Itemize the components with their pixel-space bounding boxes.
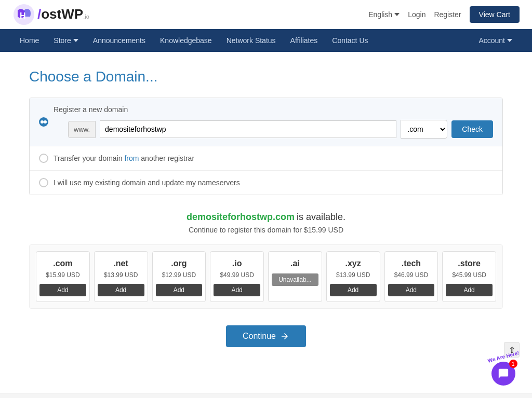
available-domain: demositeforhostwp.com <box>187 212 295 222</box>
nav-network-status[interactable]: Network Status <box>219 29 283 52</box>
tld-ext-com: .com <box>39 259 86 268</box>
tld-ext-io: .io <box>214 259 260 268</box>
tld-card-xyz: .xyz $13.99 USD Add <box>326 251 380 302</box>
logo-sub: .io <box>83 13 89 20</box>
login-link[interactable]: Login <box>408 10 425 19</box>
register-option-content: Register a new domain www. .com .net .or… <box>54 105 493 139</box>
nav-home[interactable]: Home <box>12 29 46 52</box>
language-selector[interactable]: English <box>368 10 400 19</box>
tld-ext-ai: .ai <box>272 259 318 268</box>
page-title: Choose a Domain... <box>29 68 503 85</box>
domain-options-section: Register a new domain www. .com .net .or… <box>29 98 503 195</box>
tld-ext-tech: .tech <box>388 259 435 268</box>
existing-label: I will use my existing domain and update… <box>54 179 240 187</box>
radio-dot <box>41 120 44 123</box>
tld-price-xyz: $13.99 USD <box>330 271 377 279</box>
chat-bubble[interactable]: 1 <box>491 362 515 386</box>
arrow-right-icon <box>280 332 289 341</box>
tld-ext-xyz: .xyz <box>330 259 377 268</box>
add-org-button[interactable]: Add <box>156 284 203 296</box>
availability-status: is available. <box>297 212 345 222</box>
transfer-radio[interactable] <box>39 154 48 163</box>
tld-price-tech: $46.99 USD <box>388 271 435 279</box>
availability-text: demositeforhostwp.com is available. <box>29 212 503 223</box>
tld-ext-org: .org <box>156 259 203 268</box>
chevron-down-icon <box>394 12 400 17</box>
tld-price-org: $12.99 USD <box>156 271 203 279</box>
add-tech-button[interactable]: Add <box>388 284 435 296</box>
register-domain-option[interactable]: Register a new domain www. .com .net .or… <box>30 98 502 146</box>
footer: Copyright © 2024 HostWP.io. All Rights R… <box>0 393 532 398</box>
continue-section: Continue <box>29 325 503 347</box>
availability-sub: Continue to register this domain for $15… <box>29 226 503 234</box>
continue-label: Continue <box>243 332 276 341</box>
check-button[interactable]: Check <box>451 120 493 138</box>
page-content: Choose a Domain... Register a new domain… <box>17 52 515 393</box>
svg-text:H: H <box>20 11 26 20</box>
transfer-label: Transfer your domain from another regist… <box>54 154 194 162</box>
logo[interactable]: H /ostWP.io <box>12 3 89 26</box>
nav-knowledgebase[interactable]: Knowledgebase <box>153 29 219 52</box>
continue-button[interactable]: Continue <box>226 325 306 347</box>
add-store-button[interactable]: Add <box>446 284 493 296</box>
transfer-from-link[interactable]: from <box>124 154 139 162</box>
nav-affiliates[interactable]: Affiliates <box>283 29 325 52</box>
register-radio[interactable] <box>39 117 48 127</box>
existing-domain-option[interactable]: I will use my existing domain and update… <box>30 171 502 195</box>
tld-price-com: $15.99 USD <box>39 271 86 279</box>
existing-radio[interactable] <box>39 178 48 187</box>
tld-card-io: .io $49.99 USD Add <box>210 251 264 302</box>
tld-price-io: $49.99 USD <box>214 271 260 279</box>
chevron-down-icon <box>507 38 512 43</box>
domain-input-row: www. .com .net .org .io .ai .xyz .tech .… <box>68 120 493 139</box>
www-prefix: www. <box>68 121 96 138</box>
chevron-down-icon <box>73 38 78 43</box>
tld-card-org: .org $12.99 USD Add <box>152 251 206 302</box>
nav-account[interactable]: Account <box>471 29 520 52</box>
tld-select[interactable]: .com .net .org .io .ai .xyz .tech .store <box>401 120 447 139</box>
tld-card-tech: .tech $46.99 USD Add <box>384 251 438 302</box>
language-label: English <box>368 10 392 19</box>
nav-announcements[interactable]: Announcements <box>86 29 153 52</box>
nav-contact-us[interactable]: Contact Us <box>325 29 375 52</box>
tld-card-store: .store $45.99 USD Add <box>442 251 496 302</box>
tld-card-ai: .ai Unavailab... <box>268 251 322 302</box>
add-com-button[interactable]: Add <box>39 284 86 296</box>
tld-ext-net: .net <box>98 259 144 268</box>
add-io-button[interactable]: Add <box>214 284 260 296</box>
domain-input[interactable] <box>100 120 396 138</box>
top-right-actions: English Login Register View Cart <box>368 6 520 23</box>
tld-card-com: .com $15.99 USD Add <box>36 251 90 302</box>
main-nav: Home Store Announcements Knowledgebase N… <box>0 29 532 52</box>
register-link[interactable]: Register <box>434 10 461 19</box>
view-cart-button[interactable]: View Cart <box>470 6 520 23</box>
logo-icon: H <box>12 3 35 26</box>
logo-text: /ostWP.io <box>37 6 89 22</box>
tld-card-net: .net $13.99 USD Add <box>94 251 148 302</box>
chat-badge: 1 <box>509 360 517 368</box>
nav-store[interactable]: Store <box>46 29 85 52</box>
chat-widget: We Are Here! 1 <box>487 354 520 386</box>
unavailable-ai-button: Unavailab... <box>272 273 318 286</box>
top-bar: H /ostWP.io English Login Register View … <box>0 0 532 29</box>
availability-result: demositeforhostwp.com is available. Cont… <box>29 212 503 234</box>
add-net-button[interactable]: Add <box>98 284 144 296</box>
chat-icon <box>498 368 509 379</box>
register-label: Register a new domain <box>54 105 128 114</box>
tld-ext-store: .store <box>446 259 493 268</box>
tld-cards-section: .com $15.99 USD Add .net $13.99 USD Add … <box>29 244 503 309</box>
add-xyz-button[interactable]: Add <box>330 284 377 296</box>
tld-price-net: $13.99 USD <box>98 271 144 279</box>
tld-price-store: $45.99 USD <box>446 271 493 279</box>
transfer-domain-option[interactable]: Transfer your domain from another regist… <box>30 146 502 171</box>
